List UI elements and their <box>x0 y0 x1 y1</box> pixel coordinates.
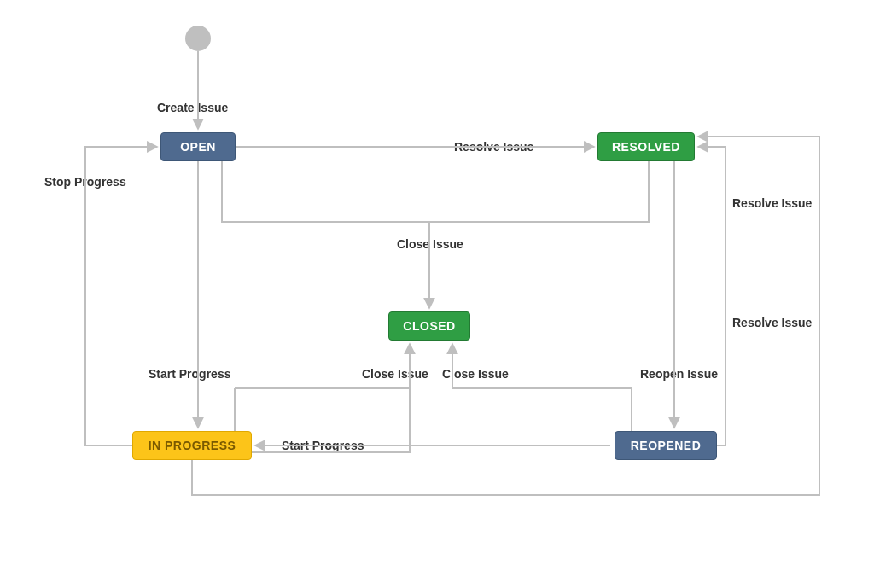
edge-inprogress-open <box>85 147 156 445</box>
label-create-issue: Create Issue <box>157 101 228 114</box>
state-closed: CLOSED <box>388 311 470 341</box>
label-start-progress: Start Progress <box>149 367 230 381</box>
label-close-issue-reopen: Close Issue <box>442 367 509 381</box>
label-resolve-issue-3: Resolve Issue <box>732 316 812 329</box>
label-stop-progress: Stop Progress <box>44 175 126 189</box>
label-close-issue-inprog: Close Issue <box>362 367 428 381</box>
label-start-progress-2: Start Progress <box>282 439 364 452</box>
workflow-diagram: OPEN RESOLVED CLOSED IN PROGRESS REOPENE… <box>0 0 874 588</box>
state-closed-label: CLOSED <box>403 319 455 333</box>
state-resolved-label: RESOLVED <box>612 140 680 154</box>
edge-open-resolved-close-horizontal <box>222 161 649 222</box>
edges-layer <box>0 0 874 588</box>
start-node-icon <box>185 26 211 51</box>
state-reopened: REOPENED <box>615 431 717 460</box>
state-open-label: OPEN <box>180 140 216 154</box>
state-resolved: RESOLVED <box>597 132 695 161</box>
label-close-issue-open: Close Issue <box>397 237 463 251</box>
state-in-progress: IN PROGRESS <box>132 431 252 460</box>
label-reopen-issue: Reopen Issue <box>640 367 718 381</box>
state-in-progress-label: IN PROGRESS <box>149 439 236 452</box>
label-resolve-issue: Resolve Issue <box>454 140 533 154</box>
label-resolve-issue-2: Resolve Issue <box>732 196 812 210</box>
state-open: OPEN <box>160 132 236 161</box>
edge-reopened-resolved <box>699 147 725 445</box>
state-reopened-label: REOPENED <box>631 439 702 452</box>
